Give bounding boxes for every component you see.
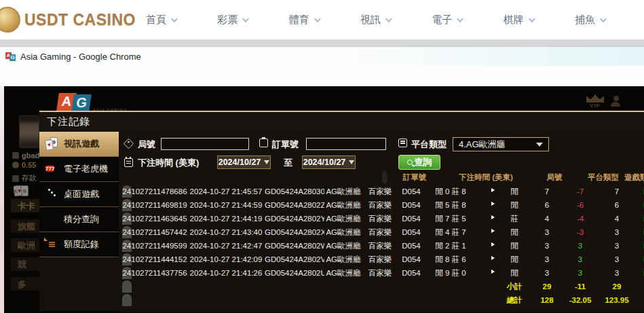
account-icon[interactable]: [611, 96, 622, 107]
status-cell: 已結算: [638, 213, 644, 225]
chevron-down-icon: [600, 16, 607, 22]
col-header: 下注時間 (美東): [447, 171, 525, 184]
vip-icon[interactable]: VIP: [584, 94, 607, 109]
total-label: 總計: [499, 294, 529, 306]
subtotal-payout: -11: [565, 280, 596, 293]
platform-select[interactable]: 4.AG歐洲廳: [453, 137, 549, 151]
valid-bet-cell: 7: [596, 185, 638, 198]
nav-item-label: 首頁: [146, 14, 166, 26]
bet-table: 訂單號下注時間 (美東)局號平台類型遊戲類型桌號結果玩法總投注派彩有效投注額是否…: [122, 171, 644, 306]
bet-cell: 4: [529, 213, 565, 225]
replay-cell: [476, 267, 499, 279]
menu-item-label: 額度記錄: [64, 238, 99, 251]
game-cell: 百家樂: [362, 253, 398, 265]
replay-cell: [476, 226, 499, 238]
menu-item-0[interactable]: 9♥視訊遊戲: [39, 132, 119, 157]
play-type-cell: 閒: [499, 253, 529, 265]
empty-cell: [638, 294, 644, 306]
table-no-cell: D054: [398, 226, 425, 238]
platform-list-icon: [398, 139, 407, 147]
platform-label: 平台類型: [411, 139, 447, 151]
subtotal-label: 小計: [499, 280, 529, 293]
round-cell: GD05424A2802Z: [265, 199, 324, 211]
modal-menu: 9♥視訊遊戲777電子老虎機桌面遊戲積分查詢額度記錄: [39, 132, 119, 257]
nav-item-2[interactable]: 體育: [289, 14, 319, 26]
payout-cell: -7: [565, 185, 596, 198]
valid-bet-cell: 3: [596, 267, 638, 279]
bet-cell: 3: [529, 226, 565, 238]
payout-cell: -6: [565, 199, 596, 211]
platform-cell: AG歐洲廳: [324, 199, 362, 211]
table-no-cell: D054: [398, 253, 425, 265]
status-cell: 已結算: [638, 253, 644, 265]
round-cell: GD05424A2802W: [265, 240, 324, 252]
menu-item-4[interactable]: 額度記錄: [39, 232, 119, 257]
hall-item-4: 多: [11, 277, 39, 292]
chrome-titlebar: AG Asia Gaming - Google Chrome: [0, 46, 644, 66]
person-icon: [12, 152, 19, 159]
bet-cell: 3: [529, 240, 565, 252]
date-to-picker[interactable]: 2024/10/27: [302, 155, 356, 169]
nav-item-4[interactable]: 電子: [432, 14, 461, 26]
menu-item-label: 桌面遊戲: [64, 188, 99, 200]
play-type-cell: 閒: [499, 240, 529, 252]
table-header-row: 訂單號下注時間 (美東)局號平台類型遊戲類型桌號結果玩法總投注派彩有效投注額是否…: [382, 171, 387, 184]
game-cell: 百家樂: [362, 267, 398, 279]
menu-item-2[interactable]: 桌面遊戲: [39, 182, 119, 207]
play-type-cell: 閒: [499, 226, 529, 238]
menu-item-3[interactable]: 積分查詢: [39, 207, 119, 232]
hall-item-1: 旗艦: [11, 219, 39, 234]
round-cell: GD05424A2802Y: [265, 213, 324, 225]
menu-item-label: 積分查詢: [64, 213, 99, 225]
chevron-down-icon: [171, 16, 178, 22]
order-input[interactable]: [306, 138, 386, 150]
nav-item-6[interactable]: 捕魚: [575, 14, 605, 26]
coin-icon: [0, 7, 20, 33]
replay-cell: [476, 253, 499, 265]
search-button[interactable]: 查詢: [398, 155, 440, 170]
time-cell: 2024-10-27 21:42:47: [187, 240, 265, 252]
window-shadow-gap: [0, 39, 644, 46]
col-header: 平台類型: [584, 171, 622, 184]
time-cell: 2024-10-27 21:44:19: [187, 213, 265, 225]
bet-record-modal: 下注記錄 9♥視訊遊戲777電子老虎機桌面遊戲積分查詢額度記錄 局號 訂單號 平…: [39, 111, 644, 311]
table-total-row: 總計128-32.05123.95: [122, 293, 132, 306]
modal-content: 局號 訂單號 平台類型 4.AG歐洲廳 下注時間 (美東) 2024/10/27…: [119, 132, 644, 312]
empty-cell: [398, 280, 425, 293]
empty-cell: [265, 280, 324, 293]
bet-cell: 6: [529, 199, 565, 211]
status-cell: 已結算: [638, 226, 644, 238]
valid-bet-cell: 6: [596, 199, 638, 211]
platform-cell: AG歐洲廳: [324, 240, 362, 252]
window-title: Asia Gaming - Google Chrome: [20, 52, 141, 62]
platform-cell: AG歐洲廳: [324, 213, 362, 225]
tag-icon: [124, 139, 134, 149]
diamond-icon: [45, 213, 59, 226]
nav-item-1[interactable]: 彩票: [217, 14, 247, 26]
platform-cell: AG歐洲廳: [324, 185, 362, 198]
play-type-cell: 閒: [499, 199, 529, 211]
chevron-down-icon: [314, 16, 321, 22]
table-no-cell: D054: [398, 267, 425, 279]
nav-item-0[interactable]: 首頁: [146, 14, 176, 26]
payout-cell: -4: [565, 213, 596, 225]
round-cell: GD05424A2802X: [265, 226, 324, 238]
order-cell: 241027211478686: [122, 185, 187, 198]
nav-item-5[interactable]: 棋牌: [504, 14, 533, 26]
menu-item-label: 視訊遊戲: [64, 138, 99, 150]
caret-down-icon: [349, 160, 354, 164]
empty-cell: [476, 294, 499, 306]
chevron-down-icon: [385, 16, 392, 22]
bet-time-label: 下注時間 (美東): [138, 157, 199, 169]
replay-cell: [476, 240, 499, 252]
subtotal-valid: 29: [596, 280, 638, 293]
nav-item-3[interactable]: 視訊: [360, 14, 390, 26]
caret-down-icon: [264, 160, 269, 164]
video-games-icon: K♥ 9: [14, 185, 29, 196]
game-cell: 百家樂: [362, 226, 398, 238]
total-valid: 123.95: [596, 294, 638, 306]
menu-item-1[interactable]: 777電子老虎機: [39, 157, 119, 182]
round-input[interactable]: [161, 138, 249, 150]
date-from-picker[interactable]: 2024/10/27: [217, 155, 271, 169]
play-type-cell: 莊: [499, 213, 529, 225]
